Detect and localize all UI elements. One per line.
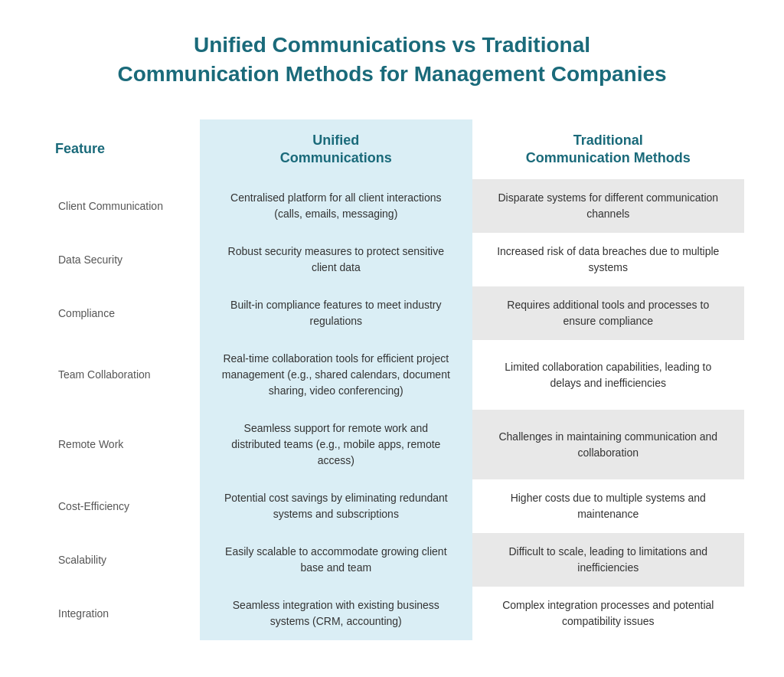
cell-unified: Built-in compliance features to meet ind…	[200, 286, 472, 340]
cell-feature: Compliance	[40, 286, 200, 340]
cell-unified: Potential cost savings by eliminating re…	[200, 479, 472, 533]
header-unified: Unified Communications	[200, 119, 472, 180]
cell-feature: Remote Work	[40, 410, 200, 479]
page-title: Unified Communications vs Traditional Co…	[40, 31, 744, 89]
cell-unified: Robust security measures to protect sens…	[200, 233, 472, 286]
table-row: Team CollaborationReal-time collaboratio…	[40, 340, 744, 410]
cell-unified: Seamless support for remote work and dis…	[200, 410, 472, 479]
cell-feature: Client Communication	[40, 179, 200, 233]
cell-feature: Integration	[40, 587, 200, 640]
header-feature: Feature	[40, 119, 200, 180]
cell-traditional: Disparate systems for different communic…	[472, 179, 744, 233]
table-row: ComplianceBuilt-in compliance features t…	[40, 286, 744, 340]
table-row: IntegrationSeamless integration with exi…	[40, 587, 744, 640]
cell-feature: Scalability	[40, 533, 200, 587]
cell-traditional: Challenges in maintaining communication …	[472, 410, 744, 479]
table-row: Remote WorkSeamless support for remote w…	[40, 410, 744, 479]
table-row: Cost-EfficiencyPotential cost savings by…	[40, 479, 744, 533]
comparison-table: Feature Unified Communications Tradition…	[40, 119, 744, 641]
table-row: ScalabilityEasily scalable to accommodat…	[40, 533, 744, 587]
cell-traditional: Increased risk of data breaches due to m…	[472, 233, 744, 286]
cell-unified: Easily scalable to accommodate growing c…	[200, 533, 472, 587]
cell-feature: Data Security	[40, 233, 200, 286]
cell-unified: Centralised platform for all client inte…	[200, 179, 472, 233]
cell-traditional: Complex integration processes and potent…	[472, 587, 744, 640]
cell-feature: Team Collaboration	[40, 340, 200, 410]
cell-traditional: Limited collaboration capabilities, lead…	[472, 340, 744, 410]
cell-traditional: Higher costs due to multiple systems and…	[472, 479, 744, 533]
cell-unified: Real-time collaboration tools for effici…	[200, 340, 472, 410]
cell-traditional: Requires additional tools and processes …	[472, 286, 744, 340]
cell-unified: Seamless integration with existing busin…	[200, 587, 472, 640]
cell-feature: Cost-Efficiency	[40, 479, 200, 533]
page-container: Unified Communications vs Traditional Co…	[24, 0, 760, 677]
cell-traditional: Difficult to scale, leading to limitatio…	[472, 533, 744, 587]
table-header-row: Feature Unified Communications Tradition…	[40, 119, 744, 180]
header-traditional: Traditional Communication Methods	[472, 119, 744, 180]
table-row: Client CommunicationCentralised platform…	[40, 179, 744, 233]
table-row: Data SecurityRobust security measures to…	[40, 233, 744, 286]
